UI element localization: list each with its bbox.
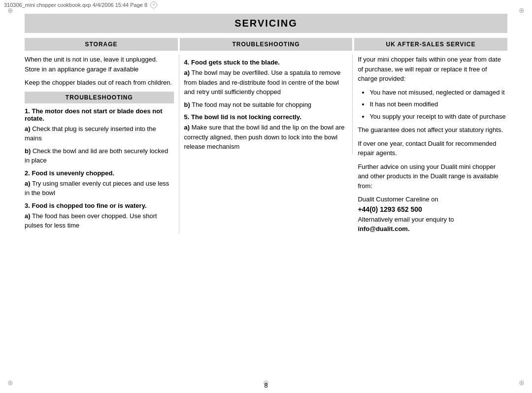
- corner-mark-br: ⊕: [517, 378, 526, 387]
- item-1a: a) Check that plug is securely inserted …: [25, 124, 174, 143]
- header-text: 310306_mini chopper cookbook.qxp 4/4/200…: [4, 2, 147, 8]
- item-3-label: 3. Food is chopped too fine or is watery…: [25, 202, 174, 209]
- page-number: 8: [264, 382, 267, 389]
- main-content: SERVICING STORAGE TROUBLESHOOTING UK AFT…: [25, 14, 507, 378]
- bullet-item-3: You supply your receipt to with date of …: [369, 112, 507, 122]
- bullet-list: You have not misused, neglected or damag…: [363, 88, 507, 122]
- bullet-item-1: You have not misused, neglected or damag…: [369, 88, 507, 98]
- right-p4: Further advice on using your Dualit mini…: [358, 162, 507, 191]
- item-2-label: 2. Food is unevenly chopped.: [25, 169, 174, 177]
- item-4b: b) The food may not be suitable for chop…: [184, 100, 348, 110]
- item-2a: a) Try using smaller evenly cut pieces a…: [25, 179, 174, 198]
- crosshair-icon: [150, 1, 157, 8]
- corner-mark-bl: ⊕: [6, 378, 15, 387]
- item-3a: a) The food has been over chopped. Use s…: [25, 211, 174, 230]
- middle-column: 4. Food gets stuck to the blade. a) The …: [179, 55, 353, 155]
- storage-p2: Keep the chopper blades out of reach fro…: [25, 78, 174, 88]
- email-address: info@dualit.com.: [358, 225, 409, 232]
- item-1-label: 1. The motor does not start or blade doe…: [25, 107, 174, 122]
- phone-number: +44(0) 1293 652 500: [358, 205, 422, 213]
- bullet-item-2: It has not been modified: [369, 99, 507, 109]
- item-4-label: 4. Food gets stuck to the blade.: [184, 59, 348, 66]
- item-1b: b) Check the bowl and lid are both secur…: [25, 146, 174, 165]
- column-headers: STORAGE TROUBLESHOOTING UK AFTER-SALES S…: [25, 38, 507, 51]
- right-p1: If your mini chopper fails within one ye…: [358, 55, 507, 84]
- storage-p1: When the unit is not in use, leave it un…: [25, 55, 174, 74]
- careline-text: Dualit Customer Careline on +44(0) 1293 …: [358, 195, 507, 234]
- right-p2: The guarantee does not affect your statu…: [358, 125, 507, 135]
- right-p3: If over one year, contact Dualit for rec…: [358, 139, 507, 158]
- troubleshooting-header-top: TROUBLESHOOTING: [180, 38, 352, 51]
- storage-header: STORAGE: [25, 38, 178, 51]
- header-bar: 310306_mini chopper cookbook.qxp 4/4/200…: [0, 0, 532, 10]
- right-column: If your mini chopper fails within one ye…: [353, 55, 507, 238]
- page-title: SERVICING: [25, 18, 507, 29]
- left-column: When the unit is not in use, leave it un…: [25, 55, 179, 233]
- after-sales-header: UK AFTER-SALES SERVICE: [354, 38, 507, 51]
- item-5a: a) Make sure that the bowl lid and the l…: [184, 123, 348, 152]
- item-4a: a) The bowl may be overfilled. Use a spa…: [184, 68, 348, 97]
- item-5-label: 5. The bowl lid is not locking correctly…: [184, 113, 348, 121]
- troubleshooting-sub-header: TROUBLESHOOTING: [25, 92, 174, 103]
- title-box: SERVICING: [25, 14, 507, 33]
- columns: When the unit is not in use, leave it un…: [25, 55, 507, 238]
